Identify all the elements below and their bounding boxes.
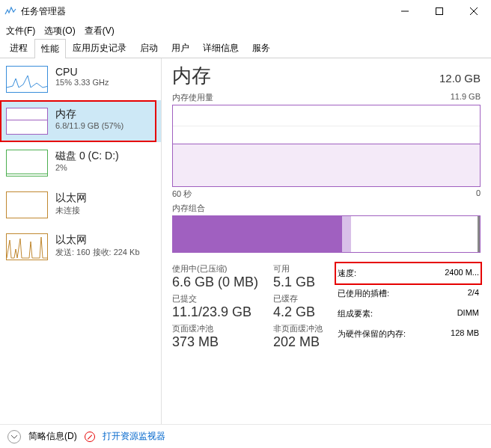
sidebar-item-label: CPU [55,66,109,78]
cpu-icon [6,66,48,93]
stats-left: 使用中(已压缩)6.6 GB (0 MB) 可用5.1 GB 已提交11.1/2… [172,263,323,350]
sidebar-item-sub: 发送: 160 接收: 224 Kb [55,247,140,258]
stat-slots: 已使用的插槽: 2/4 [336,283,481,304]
stat-nonpaged-pool: 非页面缓冲池202 MB [273,323,323,350]
sidebar-item-sub: 15% 3.33 GHz [55,78,109,87]
tab-startup[interactable]: 启动 [133,38,165,58]
sidebar-item-sub: 未连接 [55,205,87,216]
usage-max: 11.9 GB [451,92,481,103]
memory-icon [6,108,48,135]
maximize-button[interactable] [422,0,457,22]
stat-committed: 已提交11.1/23.9 GB [172,293,258,320]
resource-monitor-link[interactable]: 打开资源监视器 [103,430,165,443]
usage-label: 内存使用量 [172,92,213,103]
tab-performance[interactable]: 性能 [34,39,66,58]
axis-left: 60 秒 [172,188,192,200]
stat-cached: 已缓存4.2 GB [273,293,323,320]
sidebar: CPU 15% 3.33 GHz 内存 6.8/11.9 GB (57%) 磁盘… [0,58,162,424]
disk-icon [6,150,48,177]
sidebar-item-ethernet-1[interactable]: 以太网 未连接 [0,184,161,226]
sidebar-item-ethernet-2[interactable]: 以太网 发送: 160 接收: 224 Kb [0,226,161,268]
stat-available: 可用5.1 GB [273,263,323,290]
tab-details[interactable]: 详细信息 [196,38,246,58]
menubar: 文件(F) 选项(O) 查看(V) [0,22,491,39]
sidebar-item-label: 磁盘 0 (C: D:) [55,150,119,163]
main-panel: 内存 12.0 GB 内存使用量 11.9 GB 60 秒 0 内存组合 使用中… [162,58,491,424]
svg-rect-1 [436,8,443,15]
chevron-down-icon[interactable] [7,430,21,444]
block-icon [85,432,95,442]
stat-hw-reserved: 为硬件保留的内存: 128 MB [336,324,481,344]
sidebar-item-label: 内存 [55,108,123,121]
close-button[interactable] [457,0,491,22]
ethernet-icon [6,233,48,260]
sidebar-item-sub: 2% [55,163,119,172]
footer: 简略信息(D) 打开资源监视器 [0,424,491,448]
menu-view[interactable]: 查看(V) [85,25,115,37]
sidebar-item-sub: 6.8/11.9 GB (57%) [55,121,123,130]
menu-file[interactable]: 文件(F) [6,25,35,37]
memory-total: 12.0 GB [439,72,481,85]
memory-usage-chart [172,105,481,187]
tabs: 进程 性能 应用历史记录 启动 用户 详细信息 服务 [0,39,491,58]
stat-in-use: 使用中(已压缩)6.6 GB (0 MB) [172,263,258,290]
tab-app-history[interactable]: 应用历史记录 [66,38,133,58]
page-title: 内存 [172,63,211,89]
stat-form-factor: 组成要素: DIMM [336,304,481,324]
memory-composition-chart [172,215,481,253]
minimize-button[interactable] [388,0,422,22]
menu-options[interactable]: 选项(O) [44,25,75,37]
sidebar-item-memory[interactable]: 内存 6.8/11.9 GB (57%) [0,100,161,142]
stat-speed: 速度: 2400 M... [336,263,481,283]
brief-info-link[interactable]: 简略信息(D) [28,430,77,443]
titlebar: 任务管理器 [0,0,491,22]
window-title: 任务管理器 [21,5,388,18]
stat-paged-pool: 页面缓冲池373 MB [172,323,258,350]
tab-services[interactable]: 服务 [246,38,277,58]
app-icon [4,5,16,17]
ethernet-icon [6,191,48,218]
sidebar-item-label: 以太网 [55,233,140,247]
tab-processes[interactable]: 进程 [3,38,34,58]
stats-right: 速度: 2400 M... 已使用的插槽: 2/4 组成要素: DIMM 为硬件… [336,263,481,350]
tab-users[interactable]: 用户 [165,38,196,58]
sidebar-item-label: 以太网 [55,191,87,205]
axis-right: 0 [476,188,481,200]
comp-label: 内存组合 [172,203,205,214]
sidebar-item-cpu[interactable]: CPU 15% 3.33 GHz [0,58,161,100]
sidebar-item-disk[interactable]: 磁盘 0 (C: D:) 2% [0,142,161,184]
